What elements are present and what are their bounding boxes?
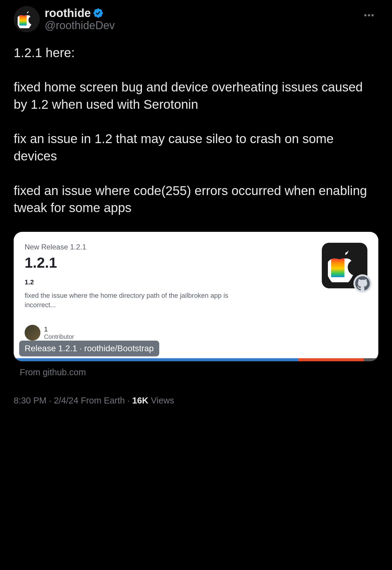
tweet-date[interactable]: 2/4/24 — [54, 396, 78, 405]
tweet-header: roothide @roothideDev ••• — [14, 6, 378, 32]
card-logo — [322, 243, 367, 288]
github-badge-icon — [353, 274, 372, 293]
language-bar — [14, 358, 378, 361]
contributors: 1 Contributor — [14, 325, 378, 342]
tweet-from: From Earth — [81, 396, 125, 405]
tweet-time[interactable]: 8:30 PM — [14, 396, 46, 405]
contributor-avatar — [25, 325, 40, 341]
handle[interactable]: @roothideDev — [45, 19, 115, 32]
contributor-label: Contributor — [44, 333, 74, 340]
avatar-apple-icon — [18, 10, 36, 28]
language-bar-segment — [14, 358, 298, 361]
language-bar-segment — [364, 358, 378, 361]
link-preview-card[interactable]: New Release 1.2.1 1.2.1 1.2 fixed the is… — [14, 232, 378, 362]
name-handle-block: roothide @roothideDev — [45, 7, 115, 32]
card-description: fixed the issue where the home directory… — [25, 291, 243, 310]
card-version: 1.2.1 — [25, 254, 367, 271]
tweet-meta: 8:30 PM · 2/4/24 From Earth · 16K Views — [14, 396, 378, 406]
card-new-release-label: New Release 1.2.1 — [25, 243, 367, 251]
views-label: Views — [151, 396, 174, 405]
card-content: New Release 1.2.1 1.2.1 1.2 fixed the is… — [14, 232, 378, 325]
views-count[interactable]: 16K — [132, 396, 148, 405]
tweet-text: 1.2.1 here: fixed home screen bug and de… — [14, 44, 378, 217]
avatar[interactable] — [14, 6, 40, 32]
display-name: roothide — [45, 7, 91, 20]
name-line[interactable]: roothide — [45, 7, 115, 20]
more-options-icon[interactable]: ••• — [364, 6, 378, 20]
card-footer-overlay: Release 1.2.1 · roothide/Bootstrap — [19, 341, 378, 356]
release-pill: Release 1.2.1 · roothide/Bootstrap — [19, 341, 159, 356]
header-left: roothide @roothideDev — [14, 6, 115, 32]
card-source: From github.com — [14, 367, 378, 377]
contributor-count: 1 — [44, 325, 74, 333]
contributor-meta: 1 Contributor — [44, 325, 74, 340]
card-prev-version: 1.2 — [25, 278, 367, 286]
language-bar-segment — [298, 358, 364, 361]
verified-badge-icon — [93, 8, 104, 19]
